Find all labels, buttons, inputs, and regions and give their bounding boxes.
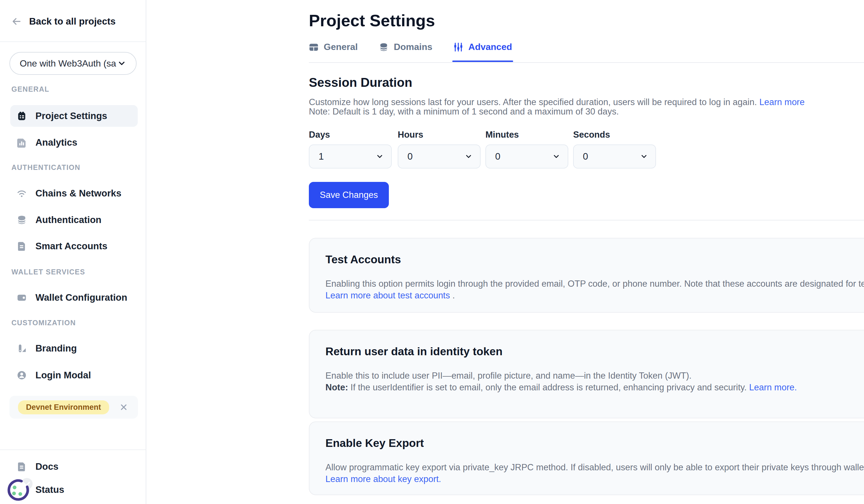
tab-label: General bbox=[324, 42, 358, 52]
key-export-card: Enable Key Export Allow programmatic key… bbox=[309, 421, 864, 495]
card-title: Return user data in identity token bbox=[325, 345, 864, 358]
chevron-down-icon bbox=[465, 152, 472, 160]
note-text: Default is 1 day, with a minimum of 1 se… bbox=[330, 107, 619, 116]
section-divider bbox=[309, 220, 864, 220]
sidebar-item-docs[interactable]: Docs bbox=[10, 456, 138, 477]
table-cells-icon bbox=[309, 42, 319, 52]
sidebar-item-analytics[interactable]: Analytics bbox=[10, 132, 138, 153]
brand-shapes-icon bbox=[16, 343, 27, 354]
field-days: Days 1 bbox=[309, 129, 392, 169]
sidebar-item-smart-accounts[interactable]: Smart Accounts bbox=[10, 235, 138, 257]
tabs-border bbox=[309, 62, 864, 63]
field-label-minutes: Minutes bbox=[485, 129, 568, 140]
identity-token-learn-more-link[interactable]: Learn more. bbox=[749, 382, 797, 392]
tab-label: Domains bbox=[394, 42, 432, 52]
note-label: Note: bbox=[325, 382, 348, 392]
docs-icon bbox=[16, 462, 27, 472]
card-title: Enable Key Export bbox=[325, 437, 864, 450]
app-root: Back to all projects One with Web3Auth (… bbox=[0, 0, 864, 504]
field-label-seconds: Seconds bbox=[573, 129, 656, 140]
section-label-authentication: AUTHENTICATION bbox=[11, 163, 80, 172]
hours-value: 0 bbox=[407, 151, 412, 162]
sidebar-item-label: Login Modal bbox=[35, 370, 91, 381]
database-icon bbox=[16, 215, 27, 225]
page-title: Project Settings bbox=[309, 11, 435, 30]
tab-label: Advanced bbox=[468, 42, 512, 52]
sidebar-item-label: Chains & Networks bbox=[35, 188, 121, 199]
arrow-left-icon bbox=[11, 16, 22, 27]
sidebar-item-authentication[interactable]: Authentication bbox=[10, 209, 138, 231]
sliders-icon bbox=[453, 42, 463, 52]
sidebar-item-label: Project Settings bbox=[35, 111, 107, 121]
devnet-environment-banner: Devnet Environment bbox=[10, 396, 138, 419]
session-description-text: Customize how long sessions last for you… bbox=[309, 97, 757, 107]
chevron-down-icon bbox=[552, 152, 560, 160]
tab-general[interactable]: General bbox=[309, 42, 358, 61]
tab-bar: General Domains Advanced bbox=[309, 42, 512, 61]
sidebar-item-wallet-configuration[interactable]: Wallet Configuration bbox=[10, 287, 138, 308]
test-accounts-learn-more-link[interactable]: Learn more about test accounts bbox=[325, 291, 450, 300]
minutes-select[interactable]: 0 bbox=[485, 145, 568, 169]
sidebar-item-label: Smart Accounts bbox=[35, 241, 107, 251]
identity-token-card: Return user data in identity token Enabl… bbox=[309, 330, 864, 418]
cookie-consent-icon[interactable] bbox=[5, 475, 37, 504]
sidebar-item-chains-networks[interactable]: Chains & Networks bbox=[10, 183, 138, 204]
sidebar-item-label: Analytics bbox=[35, 137, 77, 148]
key-export-learn-more-link[interactable]: Learn more about key export. bbox=[325, 473, 864, 485]
sidebar-item-label: Docs bbox=[35, 461, 59, 472]
project-selector-dropdown[interactable]: One with Web3Auth (sap bbox=[10, 52, 136, 75]
document-icon bbox=[16, 241, 27, 251]
sidebar: Back to all projects One with Web3Auth (… bbox=[0, 0, 146, 504]
close-icon[interactable] bbox=[119, 403, 128, 412]
card-body: Enabling this option permits login throu… bbox=[325, 278, 864, 301]
field-hours: Hours 0 bbox=[398, 129, 481, 169]
section-label-wallet-services: WALLET SERVICES bbox=[11, 268, 85, 276]
main-content: Project Settings General Domains bbox=[146, 0, 864, 504]
card-line1: Enable this to include user PII—email, p… bbox=[325, 370, 864, 381]
session-note: Note: Default is 1 day, with a minimum o… bbox=[309, 106, 619, 118]
sidebar-item-login-modal[interactable]: Login Modal bbox=[10, 364, 138, 386]
days-value: 1 bbox=[319, 151, 324, 162]
field-seconds: Seconds 0 bbox=[573, 129, 656, 169]
card-body-suffix: . bbox=[450, 291, 455, 300]
card-line1: Allow programmatic key export via privat… bbox=[325, 462, 864, 473]
tab-domains[interactable]: Domains bbox=[379, 42, 432, 61]
sidebar-item-label: Branding bbox=[35, 343, 77, 354]
days-select[interactable]: 1 bbox=[309, 145, 392, 169]
seconds-value: 0 bbox=[583, 151, 588, 162]
bar-chart-icon bbox=[16, 137, 27, 148]
test-accounts-card: Test Accounts Enabling this option permi… bbox=[309, 238, 864, 313]
sidebar-item-project-settings[interactable]: Project Settings bbox=[10, 105, 138, 127]
project-selector-value: One with Web3Auth (sap bbox=[20, 58, 116, 69]
back-to-projects-button[interactable]: Back to all projects bbox=[11, 13, 116, 30]
chevron-down-icon bbox=[376, 152, 384, 160]
field-minutes: Minutes 0 bbox=[485, 129, 568, 169]
card-body-text: Enabling this option permits login throu… bbox=[325, 279, 864, 289]
card-body: Enable this to include user PII—email, p… bbox=[325, 370, 864, 393]
field-label-days: Days bbox=[309, 129, 392, 140]
learn-more-link[interactable]: Learn more bbox=[759, 97, 805, 107]
session-duration-heading: Session Duration bbox=[309, 75, 412, 90]
note-text: If the userIdentifier is set to email, o… bbox=[348, 382, 749, 392]
section-label-customization: CUSTOMIZATION bbox=[11, 319, 76, 327]
wallet-icon bbox=[16, 292, 27, 303]
devnet-badge: Devnet Environment bbox=[18, 400, 109, 414]
sidebar-item-label: Wallet Configuration bbox=[35, 292, 127, 303]
sidebar-item-label: Status bbox=[35, 484, 64, 495]
save-changes-button[interactable]: Save Changes bbox=[309, 182, 389, 208]
clipboard-icon bbox=[16, 111, 27, 121]
field-label-hours: Hours bbox=[398, 129, 481, 140]
card-line2: Note: If the userIdentifier is set to em… bbox=[325, 381, 864, 393]
note-label: Note: bbox=[309, 107, 330, 116]
sidebar-item-branding[interactable]: Branding bbox=[10, 337, 138, 359]
wifi-icon bbox=[16, 188, 27, 198]
minutes-value: 0 bbox=[495, 151, 500, 162]
chevron-down-icon bbox=[117, 59, 126, 68]
chevron-down-icon bbox=[640, 152, 648, 160]
hours-select[interactable]: 0 bbox=[398, 145, 481, 169]
sidebar-divider bbox=[0, 450, 146, 450]
seconds-select[interactable]: 0 bbox=[573, 145, 656, 169]
database-icon bbox=[379, 42, 388, 52]
card-body: Allow programmatic key export via privat… bbox=[325, 462, 864, 485]
tab-advanced[interactable]: Advanced bbox=[453, 42, 512, 61]
